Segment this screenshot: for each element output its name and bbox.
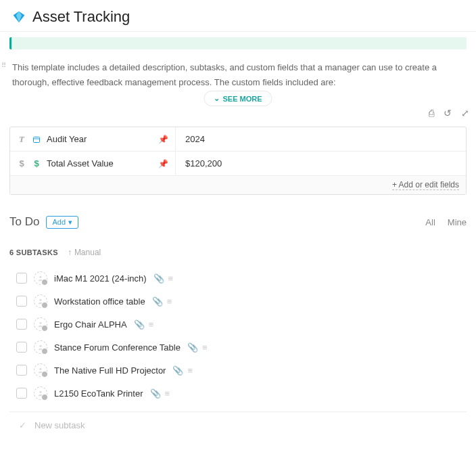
info-banner (9, 37, 467, 49)
subtasks-bar: 6 SUBTASKS ↑ Manual (0, 236, 476, 263)
field-value[interactable]: 2024 (176, 134, 466, 144)
attachment-icon[interactable]: 📎 (152, 296, 163, 307)
sort-label: Manual (74, 248, 101, 257)
task-checkbox[interactable] (16, 388, 27, 399)
attachment-icon[interactable]: 📎 (172, 365, 183, 376)
calendar-icon (32, 135, 41, 143)
field-value[interactable]: $120,200 (176, 158, 466, 169)
header: Asset Tracking (0, 0, 476, 32)
diamond-icon (12, 10, 26, 24)
currency-type-icon: $ (17, 158, 26, 169)
task-checkbox[interactable] (16, 365, 27, 376)
svg-point-7 (39, 391, 41, 393)
assignee-avatar[interactable] (34, 363, 47, 377)
task-row: L2150 EcoTank Printer 📎≡ (16, 382, 467, 405)
custom-fields-card: T Audit Year 📌 2024 $ $ Total Asset Valu… (9, 127, 467, 195)
filters: All Mine (425, 217, 467, 227)
svg-rect-0 (34, 137, 40, 142)
see-more-label: SEE MORE (222, 95, 262, 103)
history-icon[interactable]: ↺ (444, 108, 452, 118)
field-name: Total Asset Value (47, 158, 114, 169)
menu-icon[interactable]: ≡ (167, 296, 172, 307)
field-label-cell[interactable]: T Audit Year 📌 (10, 127, 176, 151)
toolbar-right: ⎙ ↺ ⤢ (0, 108, 476, 122)
new-subtask-row: ✓ (9, 411, 467, 439)
menu-icon[interactable]: ≡ (168, 273, 174, 284)
field-label-cell[interactable]: $ $ Total Asset Value 📌 (10, 152, 176, 175)
menu-icon[interactable]: ≡ (165, 388, 170, 399)
task-row: iMac M1 2021 (24-inch) 📎≡ (16, 267, 467, 290)
sort-control[interactable]: ↑ Manual (68, 248, 101, 257)
fields-footer: + Add or edit fields (10, 176, 466, 194)
svg-point-6 (39, 368, 41, 370)
field-row: $ $ Total Asset Value 📌 $120,200 (10, 152, 466, 176)
new-subtask-input[interactable] (34, 420, 457, 430)
check-icon: ✓ (19, 420, 26, 430)
drag-handle-icon[interactable]: ⠿ (1, 62, 5, 69)
add-button[interactable]: Add ▾ (46, 216, 78, 229)
subtasks-count: 6 SUBTASKS (9, 248, 58, 256)
add-edit-fields-link[interactable]: + Add or edit fields (392, 180, 459, 190)
sort-arrow-icon: ↑ (68, 248, 72, 257)
print-icon[interactable]: ⎙ (429, 108, 434, 118)
assignee-avatar[interactable] (34, 294, 47, 308)
attachment-icon[interactable]: 📎 (150, 388, 161, 399)
add-label: Add (52, 218, 66, 226)
task-row: Stance Forum Conference Table 📎≡ (16, 336, 467, 359)
svg-point-2 (39, 276, 41, 278)
svg-point-4 (39, 322, 41, 324)
filter-mine[interactable]: Mine (448, 217, 467, 227)
task-checkbox[interactable] (16, 342, 27, 353)
assignee-avatar[interactable] (34, 340, 47, 354)
menu-icon[interactable]: ≡ (202, 342, 208, 353)
filter-all[interactable]: All (425, 217, 435, 227)
assignee-avatar[interactable] (34, 271, 47, 285)
attachment-icon[interactable]: 📎 (153, 273, 164, 284)
task-row: Workstation office table 📎≡ (16, 290, 467, 313)
task-checkbox[interactable] (16, 296, 27, 307)
pin-icon[interactable]: 📌 (158, 135, 168, 144)
pin-icon[interactable]: 📌 (158, 159, 168, 169)
section-title: To Do (9, 215, 39, 229)
page-title: Asset Tracking (32, 8, 130, 26)
menu-icon[interactable]: ≡ (149, 319, 154, 330)
chevron-down-icon: ⌄ (214, 94, 220, 103)
task-row: Ergo Chair ALPHA 📎≡ (16, 313, 467, 336)
attachment-icon[interactable]: 📎 (134, 319, 145, 330)
task-title[interactable]: Workstation office table (54, 296, 145, 307)
caret-down-icon: ▾ (68, 218, 72, 227)
task-list: iMac M1 2021 (24-inch) 📎≡ Workstation of… (0, 263, 476, 405)
field-name: Audit Year (47, 134, 87, 144)
menu-icon[interactable]: ≡ (187, 365, 193, 376)
field-row: T Audit Year 📌 2024 (10, 127, 466, 152)
svg-point-3 (39, 299, 41, 301)
task-title[interactable]: The Native Full HD Projector (54, 365, 166, 376)
task-checkbox[interactable] (16, 273, 27, 284)
section-header: To Do Add ▾ All Mine (0, 195, 476, 236)
task-title[interactable]: L2150 EcoTank Printer (54, 388, 143, 399)
assignee-avatar[interactable] (34, 317, 47, 331)
task-row: The Native Full HD Projector 📎≡ (16, 359, 467, 382)
expand-icon[interactable]: ⤢ (461, 108, 469, 118)
see-more-button[interactable]: ⌄ SEE MORE (204, 91, 272, 106)
task-title[interactable]: Stance Forum Conference Table (54, 342, 181, 353)
assignee-avatar[interactable] (34, 386, 47, 400)
svg-point-5 (39, 345, 41, 347)
task-title[interactable]: iMac M1 2021 (24-inch) (54, 273, 147, 284)
text-type-icon: T (17, 134, 26, 145)
description-text: This template includes a detailed descri… (12, 60, 464, 90)
task-title[interactable]: Ergo Chair ALPHA (54, 319, 127, 330)
description-block: ⠿ This template includes a detailed desc… (0, 52, 476, 108)
task-checkbox[interactable] (16, 319, 27, 330)
attachment-icon[interactable]: 📎 (187, 342, 198, 353)
money-icon: $ (32, 158, 41, 169)
